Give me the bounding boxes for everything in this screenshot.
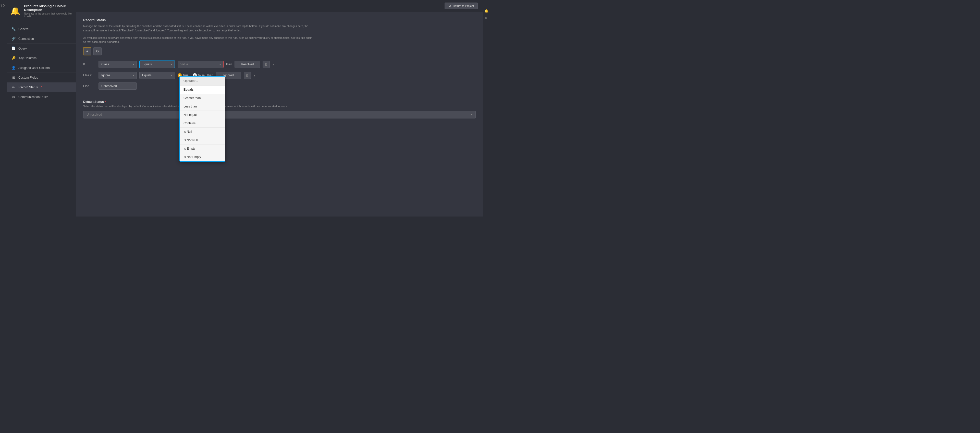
if-operator-value: Equals (142, 62, 152, 66)
main-content: 🗂 Return to Project Record Status Manage… (76, 0, 483, 216)
if-result-box: Resolved (234, 61, 260, 68)
trash-icon-2: 🗑 (246, 73, 249, 77)
record-status-desc1: Manage the status of the results by prov… (83, 24, 313, 33)
content-body: Record Status Manage the status of the r… (76, 12, 483, 124)
sidebar-item-communication-rules[interactable]: ✉ Communication Rules (7, 92, 76, 102)
dropdown-item-contains[interactable]: Contains (180, 119, 225, 127)
sidebar-item-assigned-user-label: Assigned User Column (18, 66, 50, 70)
toolbar: + ↻ (83, 47, 476, 56)
add-condition-button[interactable]: + (83, 47, 91, 56)
sidebar-subtitle: Navigate to the section that you would l… (24, 12, 73, 18)
chevron-down-icon-3: ▾ (220, 63, 221, 66)
chevron-down-icon: ▾ (133, 63, 134, 66)
dropdown-header: Operator... (180, 76, 225, 86)
if-operator-select[interactable]: Equals ▾ (139, 60, 175, 68)
record-status-title: Record Status (83, 18, 476, 22)
dropdown-item-less-than[interactable]: Less than (180, 102, 225, 111)
default-status-section: Default Status * Select the status that … (83, 100, 476, 118)
dropdown-equals-label: Equals (183, 88, 193, 91)
chevron-right-icon: ❯❯ (0, 3, 5, 7)
dropdown-item-equals[interactable]: Equals (180, 86, 225, 94)
if-value-select[interactable]: Value... ▾ (178, 61, 224, 68)
dropdown-item-is-null[interactable]: Is Null (180, 127, 225, 136)
sidebar-toggle[interactable]: ❯❯ (0, 0, 7, 216)
edit-icon: ✏ (11, 85, 16, 89)
sidebar-item-query-label: Query (18, 47, 27, 50)
refresh-button[interactable]: ↻ (94, 47, 102, 56)
record-status-desc2: All available options below are generate… (83, 36, 313, 45)
sidebar: 🔔 Products Missing a Colour Description … (7, 0, 76, 216)
sidebar-item-record-status[interactable]: ✏ Record Status * (7, 83, 76, 92)
sidebar-nav: 🔧 General 🔗 Connection 📄 Query 🔑 Key Col… (7, 22, 76, 216)
dropdown-contains-label: Contains (183, 121, 196, 125)
sidebar-title: Products Missing a Colour Description (24, 4, 73, 12)
condition-row-else-if: Else if Ignore ▾ Equals ▾ true false the… (83, 72, 476, 79)
undo-icon[interactable]: ← (485, 2, 488, 6)
delete-condition-1-button[interactable]: 🗑 (262, 61, 270, 68)
chevron-down-icon-6: ▾ (471, 113, 473, 116)
else-field-value: Unresolved (101, 84, 117, 88)
more-options-2-button[interactable]: ⋮ (252, 73, 256, 78)
sidebar-item-custom-fields[interactable]: ⊞ Custom Fields (7, 73, 76, 83)
default-status-select[interactable]: Unresolved ▾ (83, 111, 476, 118)
sidebar-item-assigned-user[interactable]: 👤 Assigned User Column (7, 63, 76, 73)
dropdown-item-greater-than[interactable]: Greater than (180, 94, 225, 102)
dropdown-is-null-label: Is Null (183, 130, 192, 134)
return-icon: 🗂 (449, 4, 451, 7)
else-label: Else (83, 84, 96, 88)
record-status-badge: * (41, 86, 42, 89)
bell-icon: 🔔 (10, 6, 21, 16)
if-result: Resolved (241, 62, 254, 66)
right-panel-icons: ← 🔔 ▶ (483, 0, 490, 216)
default-status-desc: Select the status that will be displayed… (83, 105, 476, 108)
chevron-down-icon-5: ▾ (171, 74, 172, 77)
dropdown-item-is-empty[interactable]: Is Empty (180, 145, 225, 153)
more-options-1-button[interactable]: ⋮ (271, 62, 275, 67)
dropdown-item-is-not-null[interactable]: Is Not Null (180, 136, 225, 145)
dropdown-not-equal-label: Not equal (183, 113, 197, 117)
condition-actions-2: 🗑 ⋮ (244, 72, 256, 79)
else-if-field-select[interactable]: Ignore ▾ (99, 72, 137, 79)
return-to-project-button[interactable]: 🗂 Return to Project (445, 3, 478, 9)
sidebar-header-text: Products Missing a Colour Description Na… (24, 4, 73, 18)
sidebar-item-query[interactable]: 📄 Query (7, 44, 76, 53)
top-bar: 🗂 Return to Project (76, 0, 483, 12)
dropdown-less-than-label: Less than (183, 105, 197, 108)
sidebar-item-key-columns-label: Key Columns (18, 56, 37, 60)
if-value-placeholder: Value... (180, 62, 191, 66)
plus-icon: + (86, 49, 88, 53)
document-icon: 📄 (11, 46, 16, 50)
key-icon: 🔑 (11, 56, 16, 60)
chevron-down-icon-4: ▾ (133, 74, 134, 77)
notification-icon[interactable]: 🔔 (484, 9, 488, 13)
dropdown-greater-than-label: Greater than (183, 96, 200, 100)
default-status-value: Unresolved (86, 113, 102, 116)
sidebar-item-connection-label: Connection (18, 37, 34, 41)
trash-icon-1: 🗑 (265, 62, 268, 66)
dropdown-is-not-empty-label: Is Not Empty (183, 155, 201, 159)
else-if-label: Else if (83, 73, 96, 77)
play-icon[interactable]: ▶ (485, 16, 488, 20)
condition-row-if: If Class ▾ Equals ▾ Value... ▾ then Reso… (83, 60, 476, 68)
link-icon: 🔗 (11, 37, 16, 41)
condition-row-else: Else Unresolved (83, 83, 476, 90)
if-field-select[interactable]: Class ▾ (99, 61, 137, 68)
sidebar-item-connection[interactable]: 🔗 Connection (7, 34, 76, 44)
then-label-1: then (226, 62, 232, 66)
else-if-operator-value: Equals (142, 73, 151, 77)
sidebar-item-general[interactable]: 🔧 General (7, 24, 76, 34)
if-label: If (83, 62, 96, 66)
user-icon: 👤 (11, 66, 16, 70)
dropdown-item-is-not-empty[interactable]: Is Not Empty (180, 153, 225, 161)
delete-condition-2-button[interactable]: 🗑 (244, 72, 251, 79)
sidebar-item-key-columns[interactable]: 🔑 Key Columns (7, 53, 76, 63)
operator-dropdown[interactable]: Operator... Equals Greater than Less tha… (180, 76, 225, 162)
if-field-value: Class (101, 62, 109, 66)
default-status-label: Default Status * (83, 100, 476, 103)
else-if-field-value: Ignore (101, 73, 110, 77)
else-if-operator-select[interactable]: Equals ▾ (139, 72, 175, 79)
sidebar-item-custom-fields-label: Custom Fields (18, 76, 38, 80)
sidebar-item-record-status-label: Record Status (18, 86, 38, 89)
else-field-box: Unresolved (99, 83, 137, 90)
dropdown-item-not-equal[interactable]: Not equal (180, 111, 225, 119)
